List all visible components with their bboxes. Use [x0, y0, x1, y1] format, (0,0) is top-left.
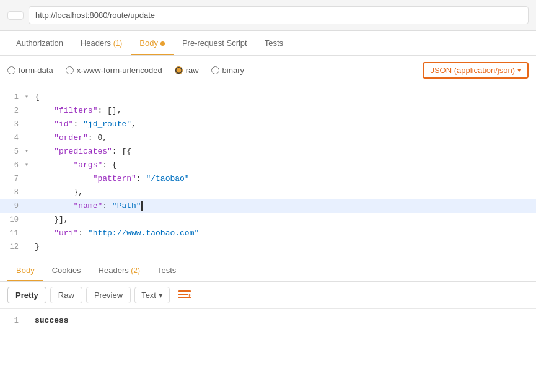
response-tab-cookies[interactable]: Cookies [43, 259, 90, 281]
response-line: 1success [0, 314, 536, 328]
line-content: "id": "jd_route", [35, 118, 536, 131]
line-number: 9 [0, 200, 25, 212]
json-format-chevron-icon: ▾ [517, 66, 521, 74]
response-line-number: 1 [0, 315, 25, 327]
request-tabs: AuthorizationHeaders (1)BodyPre-request … [0, 31, 536, 56]
response-body: 1success [0, 309, 536, 333]
code-line: 4 "order": 0, [0, 131, 536, 145]
line-content: "uri": "http://www.taobao.com" [35, 227, 536, 240]
body-type-form-data[interactable]: form-data [7, 66, 53, 75]
code-line: 12} [0, 240, 536, 254]
tab-body[interactable]: Body [131, 31, 174, 55]
body-type-raw[interactable]: raw [175, 66, 199, 75]
code-line: 3 "id": "jd_route", [0, 118, 536, 131]
preview-button[interactable]: Preview [86, 287, 131, 303]
line-content: { [35, 91, 536, 103]
line-number: 12 [0, 241, 25, 253]
line-content: "filters": [], [35, 105, 536, 117]
svg-rect-2 [178, 297, 191, 298]
json-format-label: JSON (application/json) [430, 66, 515, 75]
method-button[interactable] [7, 11, 24, 20]
line-number: 8 [0, 186, 25, 199]
resp-tab-badge-headers: (2) [131, 266, 140, 275]
body-type-row: form-datax-www-form-urlencodedrawbinaryJ… [0, 56, 536, 85]
format-label: Text [141, 290, 156, 300]
tab-dot-body [160, 41, 165, 46]
line-content: "args": { [35, 159, 536, 172]
line-content: "name": "Path" [35, 200, 536, 212]
json-format-dropdown[interactable]: JSON (application/json)▾ [423, 62, 529, 79]
line-content: "predicates": [{ [35, 146, 536, 158]
url-input[interactable] [29, 6, 529, 24]
top-bar [0, 0, 536, 31]
tab-tests[interactable]: Tests [256, 31, 292, 55]
code-line: 10 }], [0, 213, 536, 227]
line-content: }, [35, 186, 536, 199]
response-tabs: BodyCookiesHeaders (2)Tests [0, 259, 536, 282]
tab-headers[interactable]: Headers (1) [72, 31, 131, 55]
line-number: 2 [0, 105, 25, 117]
code-line: 7 "pattern": "/taobao" [0, 172, 536, 186]
line-number: 11 [0, 227, 25, 240]
response-tab-body[interactable]: Body [7, 259, 43, 281]
format-select[interactable]: Text▾ [134, 287, 170, 303]
line-arrow-icon[interactable]: ▾ [25, 91, 35, 103]
code-line: 6▾ "args": { [0, 159, 536, 172]
response-line-content: success [35, 315, 536, 327]
svg-rect-0 [178, 290, 191, 292]
code-line: 1▾{ [0, 90, 536, 104]
pretty-button[interactable]: Pretty [7, 287, 46, 303]
svg-rect-1 [178, 294, 188, 295]
line-arrow-icon[interactable]: ▾ [25, 146, 35, 158]
response-tab-tests[interactable]: Tests [149, 259, 185, 281]
code-line: 11 "uri": "http://www.taobao.com" [0, 227, 536, 240]
tab-badge-headers: (1) [113, 39, 123, 48]
code-line: 5▾ "predicates": [{ [0, 145, 536, 159]
line-content: "order": 0, [35, 132, 536, 144]
code-line: 9 "name": "Path" [0, 199, 536, 213]
body-type-x-www-form-urlencoded[interactable]: x-www-form-urlencoded [66, 66, 162, 75]
response-tab-headers[interactable]: Headers (2) [90, 259, 149, 281]
code-line: 2 "filters": [], [0, 104, 536, 118]
format-chevron-icon: ▾ [159, 290, 163, 300]
line-content: }], [35, 214, 536, 226]
code-line: 8 }, [0, 186, 536, 199]
code-editor[interactable]: 1▾{2 "filters": [],3 "id": "jd_route",4 … [0, 85, 536, 259]
tab-prerequest[interactable]: Pre-request Script [174, 31, 256, 55]
line-number: 7 [0, 173, 25, 185]
wrap-icon[interactable] [178, 290, 191, 300]
line-number: 5 [0, 146, 25, 158]
response-controls: PrettyRawPreviewText▾ [0, 282, 536, 309]
line-number: 6 [0, 159, 25, 172]
line-content: "pattern": "/taobao" [35, 173, 536, 185]
line-number: 10 [0, 214, 25, 226]
line-number: 4 [0, 132, 25, 144]
tab-authorization[interactable]: Authorization [7, 31, 72, 55]
line-number: 1 [0, 91, 25, 103]
line-arrow-icon[interactable]: ▾ [25, 159, 35, 172]
raw-button[interactable]: Raw [50, 287, 82, 303]
line-content: } [35, 241, 536, 253]
line-number: 3 [0, 118, 25, 131]
body-type-binary[interactable]: binary [211, 66, 244, 75]
